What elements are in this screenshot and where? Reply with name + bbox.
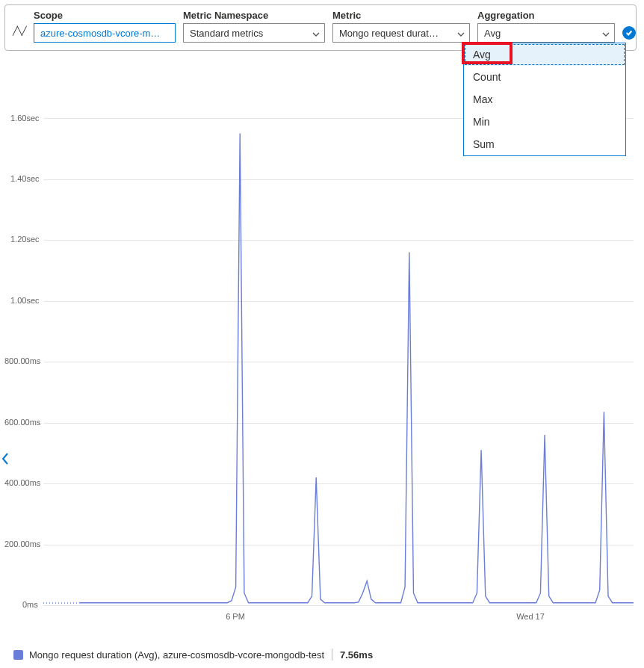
agg-option-max[interactable]: Max [464,88,625,111]
y-tick-label: 1.60sec [10,114,40,123]
namespace-value: Standard metrics [190,28,263,39]
chevron-down-icon [457,29,465,37]
legend-separator [332,649,332,661]
y-tick-label: 400.00ms [4,478,40,487]
namespace-field: Metric Namespace Standard metrics [183,10,325,43]
line-chart-icon: ╱╲╱ [13,26,26,36]
x-tick-label: 6 PM [226,612,245,621]
agg-option-sum[interactable]: Sum [464,133,625,155]
scroll-left-button[interactable] [0,452,10,466]
scope-label: Scope [34,10,176,21]
aggregation-value: Avg [484,28,501,39]
apply-check-icon[interactable] [622,26,636,40]
y-tick-label: 1.20sec [10,235,40,244]
agg-option-count[interactable]: Count [464,66,625,88]
chevron-down-icon [312,29,320,37]
y-tick-label: 1.00sec [10,296,40,305]
y-tick-label: 200.00ms [4,539,40,548]
y-tick-label: 0ms [22,600,38,609]
aggregation-dropdown[interactable]: Avg [477,23,615,43]
series-line [79,134,634,603]
x-tick-label: Wed 17 [516,612,545,621]
legend-swatch [13,650,23,660]
agg-option-avg[interactable]: Avg [464,43,625,66]
plot-area[interactable] [43,112,634,605]
namespace-dropdown[interactable]: Standard metrics [183,23,325,43]
grid-line [43,605,634,606]
legend-label: Mongo request duration (Avg), azure-cosm… [29,649,324,661]
y-tick-label: 1.40sec [10,174,40,183]
metric-value: Mongo request durat… [339,28,439,39]
legend-value: 7.56ms [340,649,373,661]
aggregation-options-list: Avg Count Max Min Sum [463,43,626,156]
scope-value: azure-cosmosdb-vcore-m… [40,28,160,39]
aggregation-label: Aggregation [477,10,615,21]
metrics-chart: 1.60sec 1.40sec 1.20sec 1.00sec 800.00ms… [0,112,644,620]
y-tick-label: 600.00ms [4,418,40,427]
scope-field: Scope azure-cosmosdb-vcore-m… [34,10,176,43]
chart-legend: Mongo request duration (Avg), azure-cosm… [13,649,373,661]
namespace-label: Metric Namespace [183,10,325,21]
metric-dropdown[interactable]: Mongo request durat… [332,23,470,43]
aggregation-field: Aggregation Avg [477,10,615,43]
scope-picker[interactable]: azure-cosmosdb-vcore-m… [34,23,176,43]
y-tick-label: 800.00ms [4,356,40,365]
agg-option-min[interactable]: Min [464,111,625,133]
metric-field: Metric Mongo request durat… [332,10,470,43]
chevron-down-icon [602,29,610,37]
metric-label: Metric [332,10,470,21]
